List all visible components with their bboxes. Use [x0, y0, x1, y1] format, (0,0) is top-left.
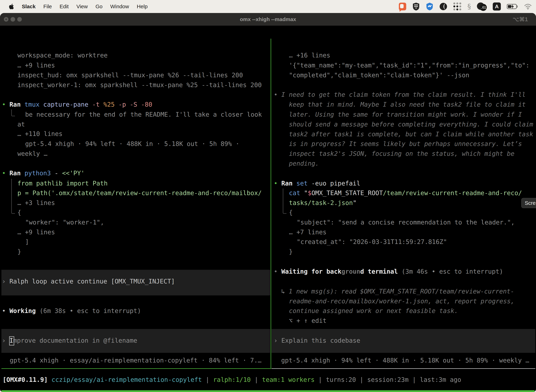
pane-divider[interactable] — [271, 39, 271, 369]
browser-crescent-icon[interactable] — [439, 2, 447, 11]
terminal-line: ⌥ + ↑ edit — [289, 316, 326, 326]
terminal-text-segment: ↳ — [281, 288, 289, 295]
terminal-text-segment — [6, 307, 9, 314]
menu-item-window[interactable]: Window — [110, 4, 129, 9]
apps-grid-icon[interactable] — [453, 2, 461, 11]
terminal-text-segment — [278, 337, 281, 344]
terminal-line: … +110 lines — [17, 129, 62, 139]
terminal-line: • Ran set -euo pipefail — [274, 178, 360, 188]
terminal-text-segment — [278, 268, 281, 275]
window-title-bar[interactable]: omx --xhigh --madmax ⌥⌘1 — [0, 13, 536, 26]
terminal-text-segment: -p — [115, 101, 126, 108]
terminal-text-segment: tasks/task-2.json — [289, 199, 353, 206]
terminal-text-segment: -80 — [137, 101, 152, 108]
terminal-line: inspect task2's JSON, focusing on the st… — [289, 149, 514, 159]
terminal-line: • I need to get the claim token from the… — [274, 90, 526, 100]
chat-app-icon[interactable] — [399, 2, 406, 11]
terminal-text-segment: - — [51, 169, 62, 177]
terminal-text-segment — [6, 278, 9, 285]
terminal-text-segment: should send a message before completing … — [289, 121, 533, 128]
terminal-window: omx --xhigh --madmax ⌥⌘1 workspace_mode:… — [0, 13, 536, 392]
terminal-text-segment: groun — [341, 268, 360, 275]
terminal-text-segment: | — [315, 376, 326, 383]
terminal-text-segment: later. Using the same for transition mig… — [289, 111, 522, 118]
badge-count: ..61 — [480, 4, 487, 11]
terminal-text-segment: mprove documentation in @filename — [13, 337, 137, 344]
menu-status-icons: § ..61 A — [399, 2, 536, 11]
terminal-line: } — [289, 247, 293, 257]
terminal-text-segment: • — [2, 307, 6, 314]
terminal-line: … +3 lines — [17, 198, 55, 208]
terminal-text-segment: inspect_hud: omx sparkshell --tmux-pane … — [17, 71, 243, 79]
menu-item-edit[interactable]: Edit — [60, 4, 69, 9]
terminal-line: weekly … — [17, 149, 48, 159]
terminal-text-segment: › — [2, 337, 6, 344]
terminal-text-segment: " — [353, 199, 356, 206]
speedtest-icon[interactable] — [426, 2, 433, 11]
menu-item-go[interactable]: Go — [96, 4, 103, 9]
terminal-text-segment: gpt-5.4 xhigh · essay/ai-reimplementatio… — [10, 357, 262, 364]
terminal-line: keep that in mind. Maybe I also need the… — [289, 100, 526, 109]
terminal-text-segment: ] — [25, 238, 29, 245]
terminal-text-segment — [6, 337, 9, 344]
terminal-text-segment — [293, 180, 296, 187]
wifi-icon[interactable] — [524, 2, 532, 11]
menu-item-help[interactable]: Help — [137, 4, 148, 9]
timer-badge-icon[interactable]: ..61 — [477, 2, 487, 11]
terminal-text-segment: $ — [308, 189, 311, 196]
terminal-line: gpt-5.4 xhigh · 94% left · 488K in · 5.1… — [281, 355, 529, 365]
output-connector — [11, 179, 15, 214]
terminal-text-segment: OMX_TEAM_STATE_ROOT — [311, 189, 383, 196]
terminal-text-segment: | — [202, 376, 213, 383]
clef-icon[interactable]: § — [467, 2, 471, 11]
terminal-line: ] — [25, 237, 29, 247]
terminal-text-segment: %25 — [100, 101, 115, 108]
terminal-text-segment: from pathlib import Path — [17, 180, 108, 187]
terminal-text-segment: Ralph loop active continue [OMX_TMUX_INJ… — [10, 278, 175, 285]
terminal-text-segment: -S — [126, 101, 137, 108]
terminal-text-segment: keep that in mind. Maybe I also need the… — [289, 101, 526, 108]
terminal-line: } — [17, 247, 21, 257]
terminal-line: pending. — [289, 159, 319, 168]
terminal-line: '{"team_name":"my-team","task_id":"1","f… — [289, 61, 530, 70]
right-pane-bottom-border — [272, 368, 535, 369]
terminal-line: from pathlib import Path — [17, 178, 108, 188]
terminal-text-segment: ralph:1/10 — [213, 376, 251, 383]
apple-menu-icon[interactable] — [9, 2, 14, 11]
terminal-text-segment: " — [300, 189, 308, 196]
terminal-line: … +9 lines — [17, 227, 55, 237]
shield-icon[interactable] — [412, 2, 420, 11]
terminal-line: • Ran tmux capture-pane -t %25 -p -S -80 — [2, 100, 152, 109]
terminal-text-segment: … +9 lines — [17, 62, 55, 69]
terminal-text-segment: set — [296, 180, 308, 187]
terminal-text-segment: -t — [88, 101, 100, 108]
terminal-text-segment: turns:20 — [326, 376, 356, 383]
terminal-line: • Ran python3 - <<'PY' — [2, 168, 85, 178]
window-shortcut-hint: ⌥⌘1 — [513, 13, 528, 26]
terminal-text-segment: › — [274, 337, 278, 344]
terminal-text-segment: gpt-5.4 xhigh · 94% left · 488K in · 5.1… — [25, 140, 239, 147]
terminal-text-segment: python3 — [24, 169, 51, 177]
terminal-line: { — [289, 208, 293, 217]
menu-item-file[interactable]: File — [43, 4, 52, 9]
terminal-text-segment: "created_at": "2026-03-31T11:59:27.816Z" — [297, 238, 447, 245]
terminal-line: "subject": "send a concise recommendatio… — [297, 217, 515, 227]
macos-menu-bar: Slack File Edit View Go Window Help § ..… — [0, 0, 536, 13]
terminal-line: gpt-5.4 xhigh · 94% left · 488K in · 5.1… — [25, 139, 239, 149]
battery-icon[interactable] — [507, 2, 518, 11]
terminal-text-segment: (3m 46s • esc to interrupt) — [398, 268, 503, 275]
terminal-text-segment: [OMX#0.11.9] — [3, 376, 48, 383]
terminal-text-segment: cat — [289, 189, 300, 196]
terminal-text-segment: gpt-5.4 xhigh · 94% left · 488K in · 5.1… — [281, 357, 529, 364]
terminal-text-segment: Ran — [281, 180, 293, 187]
terminal-text-segment: continue assigned work or next feasible … — [289, 307, 458, 314]
terminal-text-segment: ⌥ + ↑ edit — [289, 317, 326, 324]
letter-a-tile-icon[interactable]: A — [493, 2, 501, 11]
terminal-line: inspect_hud: omx sparkshell --tmux-pane … — [17, 70, 243, 80]
terminal-text-segment: <<'PY' — [62, 169, 85, 177]
terminal-text-segment: inspect task2's JSON, focusing on the st… — [289, 150, 514, 157]
terminal-text-segment: • — [274, 91, 278, 98]
menu-app-name[interactable]: Slack — [22, 4, 36, 9]
terminal-line: • Waiting for background terminal (3m 46… — [274, 267, 503, 276]
menu-item-view[interactable]: View — [76, 4, 88, 9]
